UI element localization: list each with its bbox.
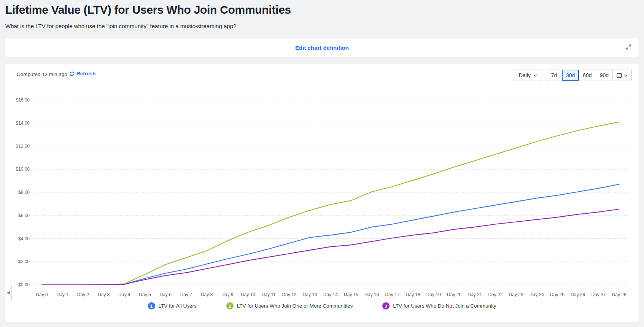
- x-axis-tick-label: Day 2: [77, 292, 89, 297]
- x-axis-tick-label: Day 21: [467, 292, 482, 297]
- series-line-3: [42, 209, 619, 285]
- y-axis-tick-label: $6.00: [18, 213, 30, 218]
- granularity-value: Daily: [519, 72, 531, 78]
- series-line-1: [42, 184, 619, 285]
- expand-arrows-icon: [625, 44, 632, 52]
- x-axis-tick-label: Day 18: [406, 292, 420, 297]
- x-axis-tick-label: Day 10: [241, 292, 255, 297]
- x-axis-tick-label: Day 1: [57, 292, 69, 297]
- range-90d-button[interactable]: 90d: [596, 70, 613, 81]
- x-axis-tick-label: Day 26: [571, 292, 585, 297]
- legend-series-label: LTV for All Users: [159, 303, 197, 309]
- x-axis-tick-label: Day 8: [201, 292, 213, 297]
- legend-series-badge: 1: [148, 302, 155, 310]
- x-axis-tick-label: Day 7: [180, 292, 192, 297]
- x-axis-tick-label: Day 3: [98, 292, 110, 297]
- x-axis-tick-label: Day 16: [364, 292, 379, 297]
- x-axis-tick-label: Day 11: [262, 292, 276, 297]
- date-range-group: 7d 30d 60d 90d: [546, 70, 632, 81]
- chevron-down-icon: [533, 74, 537, 77]
- triangle-left-icon: [7, 290, 10, 295]
- granularity-dropdown[interactable]: Daily: [514, 70, 542, 81]
- edit-definition-bar: Edit chart definition: [5, 38, 639, 57]
- y-axis-tick-label: $10.00: [16, 167, 30, 172]
- legend-series-badge: 2: [226, 302, 234, 310]
- refresh-button[interactable]: Refresh: [69, 71, 95, 76]
- chart-panel-header: Computed 13 min ago Refresh Daily: [5, 63, 639, 83]
- range-60d-button[interactable]: 60d: [579, 70, 596, 81]
- x-axis-tick-label: Day 14: [323, 292, 338, 297]
- x-axis-tick-label: Day 9: [221, 292, 234, 297]
- x-axis-tick-label: Day 0: [36, 292, 48, 297]
- range-7d-button[interactable]: 7d: [546, 70, 562, 81]
- x-axis-tick-label: Day 6: [160, 292, 172, 297]
- y-axis-tick-label: $2.00: [18, 259, 30, 264]
- custom-date-range-button[interactable]: [613, 70, 631, 81]
- legend-series-label: LTV for Users Who Do Not Join a Communit…: [393, 303, 496, 309]
- legend-item[interactable]: 3LTV for Users Who Do Not Join a Communi…: [382, 302, 496, 310]
- x-axis-tick-label: Day 15: [344, 292, 358, 297]
- chart-panel: Computed 13 min ago Refresh Daily: [5, 63, 639, 322]
- chevron-down-icon: [624, 74, 628, 77]
- x-axis-tick-label: Day 25: [550, 292, 564, 297]
- expand-chart-button[interactable]: [623, 43, 633, 52]
- computed-timestamp: Computed 13 min ago: [17, 71, 67, 77]
- legend-series-label: LTV for Users Who Join One or More Commu…: [237, 303, 353, 309]
- page-subtitle: What is the LTV for people who use the "…: [5, 23, 236, 29]
- series-line-2: [42, 122, 619, 285]
- refresh-icon: [69, 71, 75, 76]
- legend-item[interactable]: 1LTV for All Users: [148, 302, 197, 310]
- x-axis-tick-label: Day 28: [612, 292, 627, 297]
- refresh-label: Refresh: [76, 71, 95, 76]
- x-axis-tick-label: Day 22: [488, 292, 502, 297]
- edit-chart-definition-link[interactable]: Edit chart definition: [5, 38, 639, 57]
- legend-series-badge: 3: [382, 302, 390, 310]
- ltv-line-chart: $16.00$14.00$12.00$10.00$8.00$6.00$4.00$…: [5, 88, 639, 301]
- x-axis-tick-label: Day 23: [509, 292, 523, 297]
- x-axis-tick-label: Day 13: [303, 292, 317, 297]
- y-axis-tick-label: $8.00: [18, 190, 30, 195]
- x-axis-tick-label: Day 17: [385, 292, 399, 297]
- calendar-icon: [617, 73, 622, 78]
- y-axis-tick-label: $0.00: [18, 282, 30, 287]
- x-axis-tick-label: Day 5: [139, 292, 151, 297]
- chart-legend: 1LTV for All Users2LTV for Users Who Joi…: [5, 302, 639, 310]
- x-axis-tick-label: Day 4: [118, 292, 130, 297]
- y-axis-tick-label: $16.00: [16, 97, 30, 103]
- page-title: Lifetime Value (LTV) for Users Who Join …: [5, 3, 291, 16]
- y-axis-tick-label: $14.00: [16, 121, 30, 126]
- range-30d-button[interactable]: 30d: [562, 70, 579, 81]
- x-axis-tick-label: Day 12: [282, 292, 296, 297]
- y-axis-tick-label: $12.00: [16, 144, 30, 149]
- x-axis-tick-label: Day 19: [426, 292, 441, 297]
- x-axis-tick-label: Day 27: [591, 292, 606, 297]
- legend-item[interactable]: 2LTV for Users Who Join One or More Comm…: [226, 302, 353, 310]
- y-axis-tick-label: $4.00: [18, 236, 30, 241]
- x-axis-tick-label: Day 20: [447, 292, 461, 297]
- x-axis-tick-label: Day 24: [530, 292, 544, 297]
- collapse-panel-handle[interactable]: [5, 285, 12, 300]
